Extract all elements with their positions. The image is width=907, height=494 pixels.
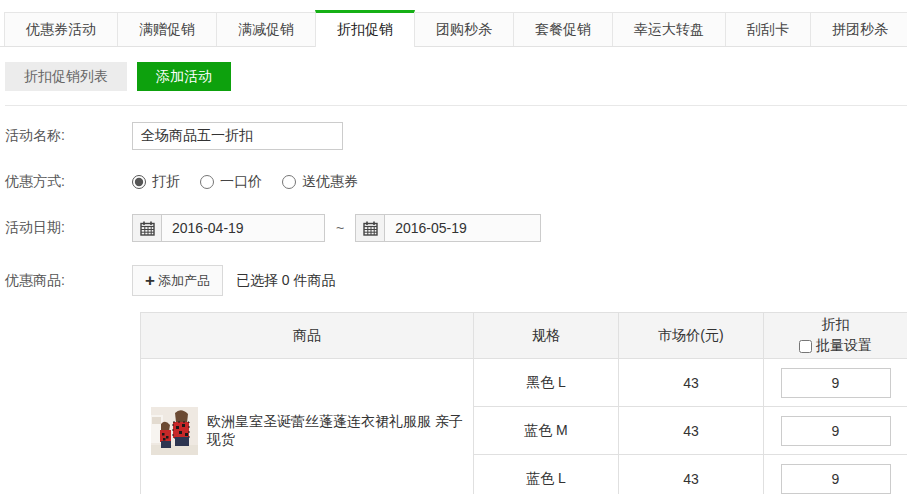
price-cell: 43 [619, 407, 764, 455]
product-title: 欧洲皇室圣诞蕾丝蓬蓬连衣裙礼服服 亲子现货 [207, 413, 473, 449]
start-date-value: 2016-04-19 [162, 220, 244, 236]
discount-input[interactable] [781, 464, 891, 494]
plus-icon: + [145, 272, 155, 289]
tab-scratch-card[interactable]: 刮刮卡 [725, 12, 811, 46]
price-cell: 43 [619, 359, 764, 407]
radio-option-fixed-price[interactable]: 一口价 [200, 173, 262, 191]
add-activity-button[interactable]: 添加活动 [137, 62, 231, 91]
discount-products-label: 优惠商品: [0, 272, 132, 290]
radio-dazhe[interactable] [132, 175, 146, 189]
add-activity-form: 活动名称: 优惠方式: 打折 一口价 送优惠券 活动日期: [0, 122, 907, 296]
end-date-value: 2016-05-19 [385, 220, 467, 236]
tab-package-promo[interactable]: 套餐促销 [513, 12, 613, 46]
tab-coupon-campaign[interactable]: 优惠券活动 [4, 12, 118, 46]
radio-give-coupon[interactable] [282, 175, 296, 189]
selected-count-text: 已选择 0 件商品 [236, 272, 336, 290]
discount-input[interactable] [781, 416, 891, 446]
discount-products-row: 优惠商品: + 添加产品 已选择 0 件商品 [0, 265, 907, 296]
spec-cell: 黑色 L [474, 359, 619, 407]
date-range-separator: ~ [336, 220, 344, 236]
tab-pintuan-flash-sale[interactable]: 拼团秒杀 [810, 12, 907, 46]
activity-name-label: 活动名称: [0, 127, 132, 145]
activity-date-label: 活动日期: [0, 219, 132, 237]
header-spec: 规格 [474, 313, 619, 359]
table-row: 欧洲皇室圣诞蕾丝蓬蓬连衣裙礼服服 亲子现货 黑色 L 43 [141, 359, 907, 407]
table-header-row: 商品 规格 市场价(元) 折扣 批量设置 [141, 313, 907, 359]
header-discount-title: 折扣 [764, 316, 907, 334]
radio-dazhe-label: 打折 [152, 173, 180, 191]
tab-discount-promo[interactable]: 折扣促销 [315, 10, 415, 47]
discount-method-label: 优惠方式: [0, 173, 132, 191]
radio-fixed-price[interactable] [200, 175, 214, 189]
tab-lucky-wheel[interactable]: 幸运大转盘 [612, 12, 726, 46]
start-date-picker[interactable]: 2016-04-19 [132, 214, 325, 242]
activity-name-input[interactable] [132, 122, 343, 150]
product-thumbnail-image [151, 407, 198, 455]
add-product-button-label: 添加产品 [158, 272, 210, 290]
discount-method-options: 打折 一口价 送优惠券 [132, 173, 358, 191]
tab-full-gift-promo[interactable]: 满赠促销 [117, 12, 217, 46]
product-cell: 欧洲皇室圣诞蕾丝蓬蓬连衣裙礼服服 亲子现货 [141, 359, 474, 494]
calendar-icon [356, 215, 385, 241]
discount-cell [764, 407, 907, 455]
discount-list-button[interactable]: 折扣促销列表 [5, 62, 127, 91]
spec-cell: 蓝色 L [474, 455, 619, 494]
radio-option-dazhe[interactable]: 打折 [132, 173, 180, 191]
batch-set-label: 批量设置 [816, 337, 872, 355]
subnav: 折扣促销列表 添加活动 [5, 62, 907, 106]
radio-fixed-price-label: 一口价 [220, 173, 262, 191]
batch-set-checkbox[interactable] [799, 340, 812, 353]
calendar-icon [133, 215, 162, 241]
tab-group-flash-sale[interactable]: 团购秒杀 [414, 12, 514, 46]
activity-date-row: 活动日期: 2016-04-19 ~ [0, 214, 907, 242]
promotion-tabs: 优惠券活动 满赠促销 满减促销 折扣促销 团购秒杀 套餐促销 幸运大转盘 刮刮卡… [0, 0, 907, 47]
spec-cell: 蓝色 M [474, 407, 619, 455]
discount-cell [764, 455, 907, 494]
discount-input[interactable] [781, 368, 891, 398]
discount-method-row: 优惠方式: 打折 一口价 送优惠券 [0, 173, 907, 191]
header-product: 商品 [141, 313, 474, 359]
radio-give-coupon-label: 送优惠券 [302, 173, 358, 191]
header-price: 市场价(元) [619, 313, 764, 359]
products-table: 商品 规格 市场价(元) 折扣 批量设置 [140, 312, 907, 494]
price-cell: 43 [619, 455, 764, 494]
discount-cell [764, 359, 907, 407]
tab-full-reduction-promo[interactable]: 满减促销 [216, 12, 316, 46]
end-date-picker[interactable]: 2016-05-19 [355, 214, 541, 242]
radio-option-give-coupon[interactable]: 送优惠券 [282, 173, 358, 191]
activity-name-row: 活动名称: [0, 122, 907, 150]
header-discount: 折扣 批量设置 [764, 313, 907, 359]
add-product-button[interactable]: + 添加产品 [132, 265, 223, 296]
